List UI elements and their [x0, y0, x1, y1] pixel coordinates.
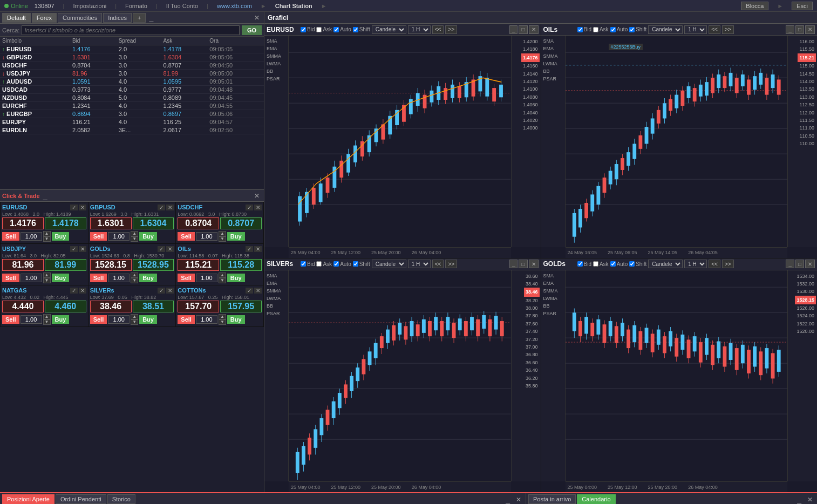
golds-bid-check[interactable]: Bid [577, 261, 591, 267]
eurusd-shift-check[interactable]: Shift [353, 26, 370, 32]
golds-lwma[interactable]: LWMA [542, 295, 564, 302]
ct-close-natgas[interactable]: ✕ [79, 288, 86, 294]
tab-storico[interactable]: Storico [107, 494, 135, 504]
ct-close-oils[interactable]: ✕ [254, 246, 262, 252]
watchlist-row[interactable]: ↑ AUDUSD 1.0591 4.0 1.0595 09:05:01 [0, 78, 264, 86]
silvers-type-select[interactable]: Candele [372, 260, 406, 268]
oils-canvas[interactable]: #2255256Buy [566, 36, 788, 247]
golds-type-select[interactable]: Candele [648, 260, 683, 268]
golds-ask-check[interactable]: Ask [593, 261, 609, 267]
ct-buy-btn-silvers[interactable]: Buy [139, 315, 157, 324]
golds-psar[interactable]: PSAR [542, 310, 564, 317]
oils-prev[interactable]: << [709, 25, 720, 34]
oils-psar[interactable]: PSAR [542, 76, 564, 82]
eurusd-lwma[interactable]: LWMA [265, 60, 287, 67]
ct-close[interactable]: ✕ [252, 192, 262, 200]
oils-auto-check[interactable]: Auto [610, 26, 628, 32]
golds-shift-check[interactable]: Shift [629, 261, 646, 267]
impostazioni-link[interactable]: Impostazioni [73, 3, 106, 9]
silvers-ask-check[interactable]: Ask [316, 261, 332, 267]
oils-minimize[interactable]: _ [786, 25, 794, 34]
ct-lot-usdjpy[interactable] [21, 274, 42, 282]
ct-sell-btn-silvers[interactable]: Sell [90, 315, 107, 324]
search-input[interactable] [22, 25, 239, 35]
silvers-psar[interactable]: PSAR [265, 310, 287, 317]
eurusd-bid-check[interactable]: Bid [301, 26, 315, 32]
ct-lot-natgas[interactable] [21, 315, 42, 324]
oils-sma[interactable]: SMA [542, 38, 564, 44]
ct-lot-gbpusd[interactable] [108, 232, 130, 241]
ct-sell-btn-usdchf[interactable]: Sell [178, 232, 195, 241]
ct-buy-btn-natgas[interactable]: Buy [52, 315, 70, 324]
ct-buy-btn-usdjpy[interactable]: Buy [52, 274, 70, 282]
tab-add[interactable]: + [133, 13, 146, 23]
silvers-tf-select[interactable]: 1 H [408, 260, 431, 268]
bottom-right-minimize[interactable]: _ [795, 495, 804, 503]
ct-close-eurusd[interactable]: ✕ [79, 205, 86, 210]
golds-bb[interactable]: BB [542, 303, 564, 309]
eurusd-type-select[interactable]: Candele [372, 25, 406, 34]
tab-forex[interactable]: Forex [32, 13, 57, 23]
ct-lot-cottons[interactable] [196, 315, 217, 324]
ct-close-usdjpy[interactable]: ✕ [79, 246, 86, 252]
oils-tf-select[interactable]: 1 H [684, 25, 707, 34]
oils-maximize[interactable]: □ [795, 25, 804, 34]
golds-close[interactable]: ✕ [805, 260, 815, 268]
oils-smma[interactable]: SMMA [542, 53, 564, 59]
golds-next[interactable]: >> [722, 260, 734, 268]
silvers-sma[interactable]: SMA [265, 273, 287, 279]
silvers-shift-check[interactable]: Shift [353, 261, 370, 267]
silvers-ema[interactable]: EMA [265, 280, 287, 287]
silvers-smma[interactable]: SMMA [265, 288, 287, 294]
bottom-right-close[interactable]: ✕ [805, 496, 815, 503]
tab-posizioni-aperte[interactable]: Posizioni Aperte [2, 494, 55, 504]
ct-sell-btn-golds[interactable]: Sell [90, 274, 107, 282]
golds-sma[interactable]: SMA [542, 273, 564, 279]
eurusd-ema[interactable]: EMA [265, 45, 287, 52]
watchlist-row[interactable]: ↓ GBPUSD 1.6301 3.0 1.6304 09:05:06 [0, 53, 264, 62]
eurusd-next[interactable]: >> [445, 25, 457, 34]
tab-ordini-pendenti[interactable]: Ordini Pendenti [56, 494, 106, 504]
ct-close-gbpusd[interactable]: ✕ [166, 205, 174, 210]
eurusd-psar[interactable]: PSAR [265, 76, 287, 82]
tab-default[interactable]: Default [2, 13, 31, 23]
oils-type-select[interactable]: Candele [648, 25, 683, 34]
eurusd-ask-check[interactable]: Ask [316, 26, 332, 32]
oils-shift-check[interactable]: Shift [629, 26, 646, 32]
silvers-close[interactable]: ✕ [529, 260, 539, 268]
golds-smma[interactable]: SMMA [542, 288, 564, 294]
watchlist-close[interactable]: ✕ [252, 14, 262, 22]
eurusd-maximize[interactable]: □ [519, 25, 527, 34]
silvers-prev[interactable]: << [432, 260, 444, 268]
ct-lot-silvers[interactable] [108, 315, 130, 324]
golds-canvas[interactable] [566, 270, 788, 482]
watchlist-row[interactable]: NZDUSD 0.8084 5.0 0.8089 09:04:45 [0, 94, 264, 102]
oils-ema[interactable]: EMA [542, 45, 564, 52]
oils-bb[interactable]: BB [542, 68, 564, 74]
tab-calendario[interactable]: Calendario [577, 494, 615, 504]
ct-sell-btn-usdjpy[interactable]: Sell [2, 274, 19, 282]
golds-tf-select[interactable]: 1 H [684, 260, 707, 268]
oils-lwma[interactable]: LWMA [542, 60, 564, 67]
watchlist-row[interactable]: ↑ EURUSD 1.4176 2.0 1.4178 09:05:05 [0, 45, 264, 53]
oils-close[interactable]: ✕ [805, 25, 815, 34]
oils-next[interactable]: >> [722, 25, 734, 34]
silvers-next[interactable]: >> [445, 260, 457, 268]
silvers-canvas[interactable] [289, 270, 511, 482]
eurusd-close[interactable]: ✕ [529, 25, 539, 34]
tab-posta-arrivo[interactable]: Posta in arrivo [528, 494, 576, 504]
ct-buy-btn-cottons[interactable]: Buy [227, 315, 245, 324]
eurusd-bb[interactable]: BB [265, 68, 287, 74]
ct-sell-btn-eurusd[interactable]: Sell [2, 232, 19, 241]
eurusd-auto-check[interactable]: Auto [333, 26, 351, 32]
oils-ask-check[interactable]: Ask [593, 26, 609, 32]
ct-buy-btn-golds[interactable]: Buy [139, 274, 157, 282]
ct-buy-btn-oils[interactable]: Buy [227, 274, 245, 282]
watchlist-row[interactable]: EURJPY 116.21 4.0 116.25 09:04:57 [0, 118, 264, 126]
eurusd-minimize[interactable]: _ [509, 25, 518, 34]
ct-buy-btn-gbpusd[interactable]: Buy [139, 232, 157, 241]
bottom-left-minimize[interactable]: _ [503, 495, 512, 503]
ct-sell-btn-gbpusd[interactable]: Sell [90, 232, 107, 241]
watchlist-row[interactable]: USDCAD 0.9773 4.0 0.9777 09:04:48 [0, 86, 264, 94]
tab-commodities[interactable]: Commodities [58, 13, 102, 23]
